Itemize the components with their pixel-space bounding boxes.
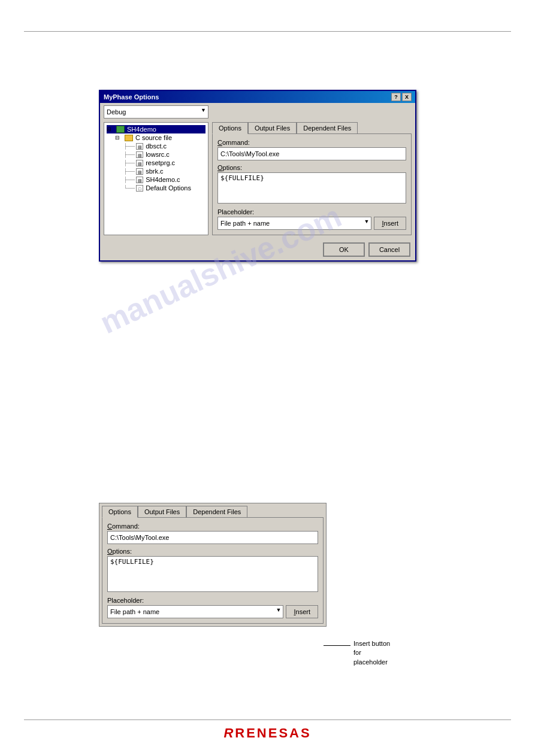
expand-icon-csource: ⊟ <box>115 135 120 141</box>
options-textarea[interactable]: ${FULLFILE} <box>217 172 406 204</box>
tree-connector-dbsct: ├── <box>123 143 135 149</box>
tree-file-sbrk[interactable]: ├── ▤ sbrk.c <box>107 167 205 175</box>
tree-file-resetprg[interactable]: ├── ▤ resetprg.c <box>107 159 205 167</box>
file-icon-dbsct: ▤ <box>136 143 143 150</box>
help-button[interactable]: ? <box>391 93 401 101</box>
zoom-tab-dependent-files[interactable]: Dependent Files <box>186 506 247 518</box>
file-icon-sbrk: ▤ <box>136 168 143 175</box>
annotation-line1: Insert button <box>353 639 390 648</box>
zoom-tabs-row: Options Output Files Dependent Files <box>99 503 326 518</box>
tree-connector-resetprg: ├── <box>123 160 135 166</box>
insert-button[interactable]: Insert <box>374 217 406 230</box>
file-icon-sh4demo: ▤ <box>136 177 143 183</box>
dialog-body: ⊟ SH4demo ⊟ C source file ├── ▤ dbsct.c … <box>100 119 415 239</box>
annotation-text: Insert button for placeholder <box>353 639 390 667</box>
dialog-titlebar: MyPhase Options ? X <box>100 91 415 103</box>
options-label: Options: <box>217 164 406 171</box>
tab-output-files[interactable]: Output Files <box>248 122 297 134</box>
tree-connector-sbrk: ├── <box>123 168 135 174</box>
placeholder-row: File path + name File name Path File pat… <box>217 217 406 230</box>
titlebar-buttons: ? X <box>391 93 412 101</box>
tree-connector-lowsrc: ├── <box>123 151 135 157</box>
zoom-placeholder-select[interactable]: File path + name File name Path File pat… <box>107 605 283 618</box>
renesas-logo: RRENESAS <box>223 725 311 741</box>
zoom-command-input[interactable] <box>107 531 318 544</box>
tree-file-lowsrc-label: lowsrc.c <box>146 151 170 158</box>
debug-select-wrapper: Debug <box>104 105 208 119</box>
zoom-insert-button[interactable]: Insert <box>286 605 318 618</box>
tree-file-lowsrc[interactable]: ├── ▤ lowsrc.c <box>107 150 205 159</box>
expand-icon: ⊟ <box>107 127 111 132</box>
tree-default-options[interactable]: └── □ Default Options <box>107 184 205 192</box>
tree-file-resetprg-label: resetprg.c <box>146 159 175 166</box>
zoom-tab-options[interactable]: Options <box>102 506 138 518</box>
tab-dependent-files[interactable]: Dependent Files <box>297 122 358 134</box>
zoom-tab-content: Command: Options: ${FULLFILE} Placeholde… <box>102 517 324 624</box>
annotation-line <box>324 645 350 646</box>
tree-file-sbrk-label: sbrk.c <box>146 168 163 175</box>
tree-root-icon <box>116 126 125 133</box>
dialog-title: MyPhase Options <box>104 93 159 101</box>
tree-csource-label: C source file <box>135 134 172 141</box>
zoom-placeholder-select-wrapper: File path + name File name Path File pat… <box>107 605 283 618</box>
debug-select[interactable]: Debug <box>104 105 208 119</box>
tree-default-label: Default Options <box>146 184 191 192</box>
annotation-line3: placeholder <box>353 658 390 667</box>
zoom-options-textarea[interactable]: ${FULLFILE} <box>107 556 318 592</box>
tree-file-sh4demo-label: SH4demo.c <box>146 176 180 183</box>
renesas-logo-text: RENESAS <box>235 725 311 740</box>
zoom-placeholder-label: Placeholder: <box>107 597 318 604</box>
zoom-command-label: Command: <box>107 523 318 530</box>
command-label: Command: <box>217 139 406 146</box>
bottom-rule <box>24 719 511 720</box>
zoom-options-label: Options: <box>107 548 318 555</box>
zoom-placeholder-row: File path + name File name Path File pat… <box>107 605 318 618</box>
top-rule <box>24 31 511 32</box>
tree-csource[interactable]: ⊟ C source file <box>107 133 205 142</box>
ok-button[interactable]: OK <box>323 242 365 257</box>
dialog-top-row: Debug <box>100 103 415 119</box>
tree-file-dbsct[interactable]: ├── ▤ dbsct.c <box>107 142 205 150</box>
placeholder-select[interactable]: File path + name File name Path File pat… <box>217 217 371 230</box>
folder-icon-csource <box>125 135 133 141</box>
tab-options[interactable]: Options <box>212 122 248 134</box>
tree-panel: ⊟ SH4demo ⊟ C source file ├── ▤ dbsct.c … <box>104 122 208 235</box>
tree-connector-sh4demo: ├── <box>123 177 135 183</box>
tree-root[interactable]: ⊟ SH4demo <box>107 125 205 133</box>
tree-file-sh4demo[interactable]: ├── ▤ SH4demo.c <box>107 175 205 184</box>
default-icon: □ <box>136 185 143 192</box>
renesas-r-symbol: R <box>223 725 235 740</box>
placeholder-label: Placeholder: <box>217 208 406 215</box>
tree-connector-default: └── <box>123 185 135 191</box>
tabs-row: Options Output Files Dependent Files <box>212 122 412 134</box>
tree-root-label: SH4demo <box>127 126 156 133</box>
right-panel: Options Output Files Dependent Files Com… <box>212 122 412 235</box>
close-button[interactable]: X <box>402 93 412 101</box>
file-icon-resetprg: ▤ <box>136 160 143 166</box>
dialog-top: MyPhase Options ? X Debug ⊟ SH4demo <box>99 90 416 262</box>
dialog-footer: OK Cancel <box>100 239 415 260</box>
panel-zoom: Options Output Files Dependent Files Com… <box>99 503 327 627</box>
cancel-button[interactable]: Cancel <box>368 242 410 257</box>
file-icon-lowsrc: ▤ <box>136 151 143 158</box>
command-input[interactable] <box>217 147 406 160</box>
tree-file-dbsct-label: dbsct.c <box>146 142 167 150</box>
tab-content: Command: Options: ${FULLFILE} Placeholde… <box>212 133 412 235</box>
placeholder-select-wrapper: File path + name File name Path File pat… <box>217 217 371 230</box>
annotation-line2: for <box>353 648 390 657</box>
zoom-tab-output-files[interactable]: Output Files <box>138 506 186 518</box>
